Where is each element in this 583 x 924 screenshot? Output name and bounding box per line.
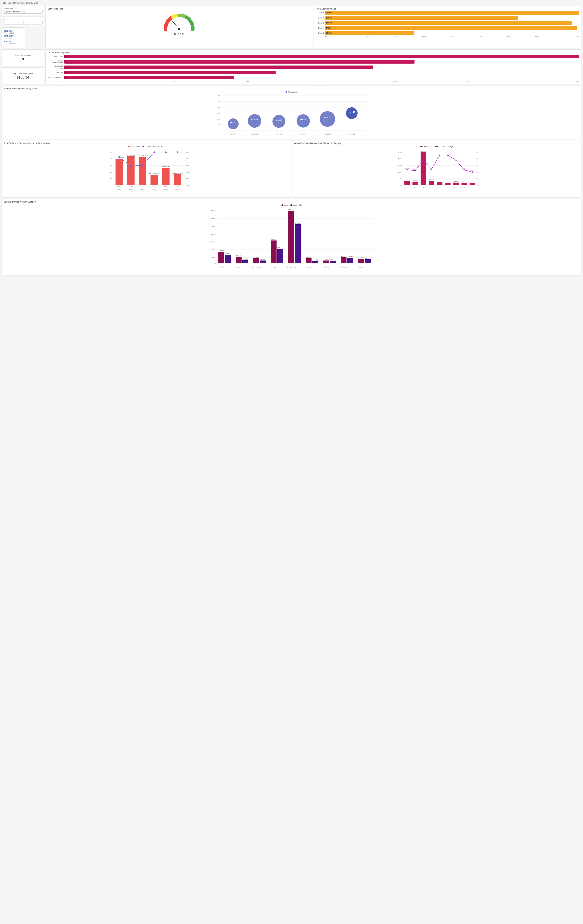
svg-text:91.12%: 91.12% [446, 153, 450, 155]
store-label: Store_1 [316, 12, 324, 14]
product-bar-row: Turinger RindBratwurst $22,336 [48, 60, 579, 64]
svg-text:$50K: $50K [399, 178, 402, 180]
sales-dates-input[interactable]: 1/1/2023 - 4/1/2023 📅 [3, 10, 43, 13]
product-label: Goudbreaft Raclette [48, 65, 63, 69]
svg-text:$80,519: $80,519 [219, 250, 224, 252]
svg-text:100%: 100% [164, 186, 168, 187]
top5-products-title: Top 5 Products by Sales [48, 51, 579, 54]
svg-text:190 Customer(s): 190 Customer(s) [149, 173, 159, 174]
svg-rect-204 [358, 259, 364, 263]
svg-text:$19,136: $19,136 [454, 181, 458, 182]
svg-text:Condiments: Condiments [340, 266, 347, 268]
svg-text:Bakery: Bakery [359, 266, 364, 268]
sales-gross-profit-title: Sales and Gross Profit by Category [4, 201, 579, 203]
store-bar-track: $60,776 [325, 16, 579, 20]
svg-text:58.3%: 58.3% [129, 186, 133, 187]
svg-rect-113 [413, 182, 418, 185]
stores-filter: Stores All ▼ [2, 16, 44, 26]
svg-text:$138.53: $138.53 [276, 119, 282, 121]
product-bar-track: $19,694 [64, 66, 579, 69]
svg-text:$29,184: $29,184 [405, 180, 409, 181]
svg-text:200: 200 [110, 172, 112, 173]
stores-select[interactable]: All ▼ [3, 21, 43, 25]
svg-point-131 [423, 160, 424, 161]
product-label: Sugar Pie [48, 71, 63, 74]
info-icon[interactable]: ℹ [37, 2, 38, 4]
page-title: Retail Store Performance Dashboard ℹ [2, 2, 581, 4]
store-bar-value: $79,364 [326, 27, 332, 29]
conversion-rate-value: 38.92 [174, 33, 181, 36]
svg-text:300: 300 [110, 165, 112, 166]
svg-text:$15,714: $15,714 [462, 182, 466, 183]
gross-margin-title: Gross Margin and Gross Profit Margin by … [294, 142, 579, 144]
svg-rect-117 [429, 181, 434, 185]
store-bar-track: $27,616 [325, 31, 579, 35]
svg-text:$103,524: $103,524 [277, 247, 283, 248]
inventory-turnover-value: 9 [22, 57, 24, 61]
svg-rect-127 [470, 183, 475, 185]
svg-text:55%: 55% [476, 172, 478, 173]
svg-text:198 Customer(s): 198 Customer(s) [172, 172, 183, 174]
svg-text:$19,154: $19,154 [324, 259, 328, 260]
svg-text:$148.56: $148.56 [324, 117, 331, 119]
svg-rect-196 [323, 261, 329, 263]
svg-text:$150K: $150K [398, 165, 402, 166]
svg-text:Store_6: Store_6 [175, 189, 180, 190]
svg-text:$300K: $300K [211, 218, 216, 219]
svg-text:$5K: $5K [217, 124, 221, 126]
svg-text:60.7%: 60.7% [141, 186, 145, 187]
svg-text:55%: 55% [186, 172, 189, 173]
product-label: Pierrot Camembert [48, 77, 63, 79]
foot-traffic-card: Foot Traffic and Customer Retention Rate… [2, 140, 291, 198]
foot-traffic-legend: Foot Traffic Customer Retention Rate [4, 145, 289, 148]
discount-value: $120.35 [4, 40, 23, 43]
svg-rect-192 [306, 258, 311, 263]
svg-rect-205 [365, 259, 371, 263]
svg-text:Feb 2023: Feb 2023 [251, 133, 258, 135]
product-bar-track: $32,848 [64, 55, 579, 58]
svg-text:75.63%: 75.63% [421, 158, 425, 160]
svg-text:48.38%: 48.38% [430, 168, 433, 169]
product-bar-row: Sugar Pie $13,414 [48, 71, 579, 74]
svg-point-31 [272, 115, 285, 128]
svg-text:Meat/Poultry: Meat/Poultry [420, 187, 427, 188]
svg-point-129 [407, 169, 408, 170]
svg-text:$284,516: $284,516 [295, 223, 300, 224]
store-bar-track: $79,519 [325, 11, 579, 15]
store-bar-track: $79,364 [325, 26, 579, 30]
svg-text:$350K: $350K [211, 210, 216, 212]
svg-rect-119 [437, 182, 443, 185]
svg-text:Store_2: Store_2 [128, 189, 133, 190]
avg-transaction-month-card: Average Transaction Value by Month Trans… [2, 86, 581, 139]
product-bar-track: $13,414 [64, 71, 579, 74]
svg-text:70: 70 [188, 18, 190, 19]
svg-text:$0K: $0K [400, 185, 402, 186]
svg-point-81 [119, 156, 120, 158]
svg-point-135 [456, 160, 457, 161]
svg-text:20: 20 [170, 23, 172, 25]
svg-text:$234,504: $234,504 [421, 151, 426, 152]
product-bar-row: Goudbreaft Raclette $19,694 [48, 65, 579, 69]
store-bar-value: $27,616 [326, 32, 332, 34]
svg-text:0: 0 [112, 185, 112, 186]
svg-text:100.5%: 100.5% [152, 186, 156, 187]
svg-text:100%: 100% [186, 152, 190, 153]
svg-text:$30K: $30K [217, 95, 221, 97]
store-bar-row: Store_2 $60,776 [316, 16, 579, 20]
svg-text:307 Customer(s): 307 Customer(s) [126, 154, 136, 156]
conversion-rate-card: Conversion Rate 0 25 [46, 6, 313, 48]
svg-text:$34,880: $34,880 [306, 256, 311, 258]
svg-rect-177 [242, 260, 248, 263]
svg-text:$15K: $15K [217, 112, 221, 114]
svg-text:$44,296: $44,296 [236, 255, 241, 257]
svg-rect-176 [236, 257, 242, 263]
svg-text:$19,536: $19,536 [260, 259, 265, 260]
svg-point-132 [431, 169, 432, 170]
svg-text:Beverages: Beverages [429, 187, 434, 188]
store-bar-fill: $79,519 [325, 11, 579, 15]
svg-rect-197 [330, 261, 336, 263]
svg-text:500: 500 [110, 152, 112, 153]
product-bar-fill: $13,414 [64, 71, 275, 74]
svg-point-83 [142, 165, 143, 166]
svg-text:75: 75 [186, 13, 188, 15]
